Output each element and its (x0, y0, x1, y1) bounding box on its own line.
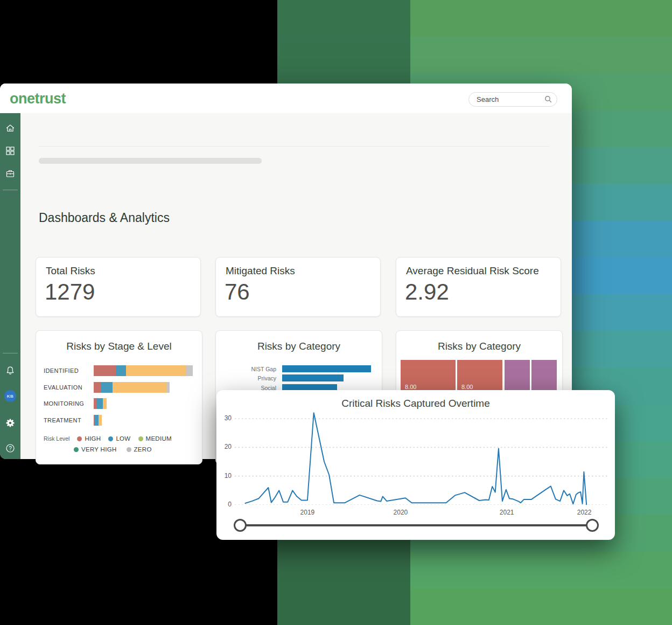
time-range-slider-track[interactable] (240, 524, 592, 526)
line-chart-card: Critical Risks Captured Overtime 3020100… (216, 390, 615, 540)
stage-bar-segment (167, 382, 170, 393)
legend-row-2: VERY HIGHZERO (74, 446, 152, 453)
screenshot-stage: onetrust (0, 0, 672, 625)
stage-bar-segment (186, 365, 193, 376)
sidebar-nav: KB ? (0, 113, 20, 459)
slider-handle-start[interactable] (234, 519, 247, 532)
legend-item-label: LOW (116, 435, 130, 442)
treemap-cell-value: 8.00 (461, 384, 473, 390)
stage-bar (94, 365, 193, 376)
stat-card-avg-residual-risk: Average Residual Risk Score 2.92 (396, 257, 561, 317)
stat-value: 76 (225, 279, 250, 305)
dashboard-grid-icon[interactable] (5, 145, 16, 156)
line-chart-svg (235, 411, 607, 505)
legend-item: MEDIUM (138, 435, 172, 442)
stage-bar (94, 398, 107, 409)
legend-item: HIGH (77, 435, 101, 442)
treemap-cell: 8.00 (401, 360, 456, 393)
sidebar-divider (3, 353, 18, 353)
bg-band (410, 37, 672, 73)
treemap-cell-value: 8.00 (405, 384, 416, 390)
y-tick-label: 10 (218, 472, 232, 480)
stage-bar-segment (103, 398, 107, 409)
chart-title: Risks by Category (216, 341, 382, 352)
x-tick-label: 2022 (577, 509, 592, 516)
stat-label: Total Risks (46, 265, 95, 277)
category-bar (282, 365, 371, 372)
category-label: NIST Gap (251, 366, 277, 372)
gear-icon[interactable] (5, 418, 16, 428)
category-label: Privacy (258, 375, 276, 381)
stage-bar-segment (95, 415, 99, 426)
stage-row-label: TREATMENT (44, 417, 81, 423)
stage-bar-segment (116, 365, 126, 376)
stage-row: TREATMENT (44, 415, 194, 426)
stat-value: 1279 (45, 279, 95, 305)
avatar[interactable]: KB (4, 390, 16, 402)
loading-bar (39, 158, 262, 164)
legend-dot (138, 436, 143, 441)
svg-text:?: ? (9, 446, 12, 452)
y-tick-label: 30 (218, 414, 232, 422)
legend-item: LOW (108, 435, 130, 442)
stat-label: Mitigated Risks (226, 265, 295, 277)
chart-title: Critical Risks Captured Overtime (216, 398, 615, 409)
y-tick-label: 20 (218, 443, 232, 450)
stage-row-label: IDENTIFIED (44, 367, 79, 374)
stage-row: MONITORING (44, 398, 194, 409)
stage-bar-segment (94, 382, 101, 393)
chart-title: Risks by Category (396, 341, 562, 352)
legend-item: VERY HIGH (74, 446, 117, 453)
x-tick-label: 2019 (300, 509, 315, 516)
x-tick-label: 2020 (394, 509, 408, 516)
slider-handle-end[interactable] (586, 519, 599, 532)
stage-row-label: MONITORING (44, 400, 84, 407)
stat-label: Average Residual Risk Score (406, 265, 539, 277)
line-plot-area (235, 411, 607, 505)
category-row: NIST Gap (216, 365, 383, 372)
legend-item-label: HIGH (85, 435, 101, 442)
legend-dot (74, 447, 79, 452)
category-row: Privacy (216, 374, 383, 381)
stage-row: IDENTIFIED (44, 365, 194, 376)
stat-value: 2.92 (405, 279, 449, 305)
treemap-cell: 8.00 (457, 360, 502, 393)
stage-bar-segment (126, 365, 186, 376)
home-icon[interactable] (5, 123, 16, 134)
help-icon[interactable]: ? (5, 443, 16, 454)
search-box (468, 92, 557, 107)
stage-bar (94, 415, 102, 426)
bg-band (410, 588, 672, 625)
chart-title: Risks by Stage & Level (36, 341, 202, 352)
legend-dot (127, 447, 131, 452)
legend-row-1: Risk Level HIGHLOWMEDIUM (44, 435, 172, 442)
search-icon[interactable] (544, 95, 552, 103)
bg-band (410, 552, 672, 588)
chart-card-stage-level: Risks by Stage & Level IDENTIFIEDEVALUAT… (36, 330, 202, 464)
stage-bar-segment (101, 382, 113, 393)
stage-bar-segment (99, 415, 102, 426)
x-tick-label: 2021 (500, 509, 514, 516)
stage-row-label: EVALUATION (44, 384, 82, 391)
legend-dot (77, 436, 82, 441)
y-tick-label: 0 (218, 501, 232, 508)
app-header: onetrust (0, 84, 572, 113)
bg-band (410, 0, 672, 37)
onetrust-logo: onetrust (10, 91, 66, 107)
category-bar (282, 374, 344, 381)
legend-item: ZERO (127, 446, 152, 453)
stage-bar-segment (96, 398, 103, 409)
stage-bar-segment (94, 365, 116, 376)
legend-dot (108, 436, 113, 441)
stat-card-mitigated-risks: Mitigated Risks 76 (215, 257, 381, 317)
bell-icon[interactable] (5, 365, 16, 376)
stage-row: EVALUATION (44, 382, 194, 393)
line-series (245, 413, 586, 505)
stat-card-total-risks: Total Risks 1279 (36, 257, 201, 317)
briefcase-icon[interactable] (5, 168, 16, 179)
legend-caption: Risk Level (44, 435, 69, 442)
legend-item-label: ZERO (134, 446, 152, 453)
title-divider (39, 146, 549, 147)
legend-item-label: VERY HIGH (81, 446, 117, 453)
stage-bar-segment (113, 382, 167, 393)
